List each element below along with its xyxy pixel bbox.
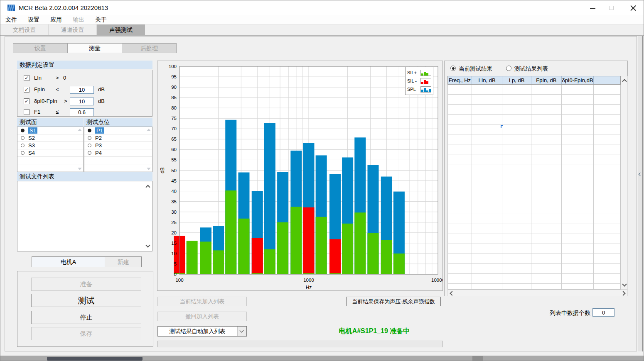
action-button-1[interactable]: 准备 [31,278,141,291]
checkbox-checked[interactable]: ✓ [24,87,29,93]
radio-current-result[interactable] [450,66,456,71]
criteria-value-input[interactable]: 0.6 [70,108,94,116]
close-button[interactable] [622,0,644,15]
scroll-down-icon[interactable] [78,168,82,170]
scroll-down-icon[interactable] [622,282,627,286]
combobox-dropdown-button[interactable] [237,327,246,336]
table-cell [448,244,472,254]
point-item-p4[interactable]: P4 [84,149,152,157]
menu-item-2[interactable]: 设置 [28,16,39,24]
table-cell [562,164,594,174]
surface-item-empty [17,164,83,172]
list-count-value[interactable]: 0 [592,308,615,317]
menu-item-3[interactable]: 应用 [50,16,62,24]
scroll-left-icon[interactable] [450,291,454,295]
sub-tab-1[interactable]: 设置 [13,43,68,53]
scroll-right-icon[interactable] [621,291,625,295]
table-row [448,224,620,234]
scroll-up-icon[interactable] [78,129,82,131]
surface-item-empty [17,157,83,164]
scroll-up-icon[interactable] [147,129,151,131]
criteria-value-input[interactable]: 10 [70,98,94,105]
surface-item-s2[interactable]: S2 [17,134,83,142]
scroll-up-icon[interactable] [622,79,627,83]
menu-item-4[interactable]: 输出 [73,16,84,24]
minimize-button[interactable] [583,0,602,15]
results-horizontal-scrollbar[interactable] [447,290,628,296]
panel-splitter[interactable] [638,36,643,351]
table-cell [472,95,503,104]
table-cell [448,274,472,283]
sub-tab-3[interactable]: 后处理 [122,43,177,53]
point-item-p2[interactable]: P2 [84,134,152,142]
maximize-button[interactable] [602,0,621,15]
list-item-label: P3 [95,142,102,149]
tab-2[interactable]: 通道设置 [49,24,97,35]
checkbox-checked[interactable]: ✓ [24,98,29,104]
point-item-p1[interactable]: P1 [84,127,152,134]
results-column-header [594,76,620,84]
action-button-4[interactable]: 保存 [31,327,141,340]
table-cell [448,85,472,94]
table-cell [448,214,472,224]
tab-3[interactable]: 声强测试 [97,24,145,35]
add-current-result-button[interactable]: 当前结果加入列表 [157,297,247,306]
table-row [448,234,620,244]
sub-tab-2[interactable]: 测量 [67,43,122,53]
file-list-header: 测试文件列表 [17,172,152,181]
table-cell [562,115,594,124]
scroll-up-icon[interactable] [145,185,150,189]
surface-item-s4[interactable]: S4 [17,149,83,157]
checkbox[interactable] [24,109,29,115]
point-item-p3[interactable]: P3 [84,142,152,149]
collapse-left-icon[interactable] [639,173,642,176]
table-cell [531,244,562,254]
surface-list[interactable]: S1S2S3S4 [17,127,84,172]
table-cell [531,234,562,244]
results-table-body[interactable] [447,85,621,290]
table-cell [562,214,594,224]
results-column-header: LIn, dB [472,76,503,84]
table-row [448,254,620,264]
action-button-3[interactable]: 停止 [31,311,141,324]
legend-swatch-icon [420,70,431,76]
table-cell [472,174,503,184]
surface-item-s3[interactable]: S3 [17,142,83,149]
table-cell [472,194,503,204]
table-row [448,144,620,154]
point-list[interactable]: P1P2P3P4 [84,127,152,172]
list-item-label: P1 [95,127,104,134]
table-cell [502,184,531,194]
table-row [448,264,620,274]
tab-1[interactable]: 文档设置 [0,24,49,35]
test-file-list[interactable] [17,181,152,251]
table-cell [594,164,620,174]
save-as-residual-index-button[interactable]: 当前结果保存为声压-残余声强指数 [346,297,441,306]
undo-add-button[interactable]: 撤回加入列表 [157,312,247,321]
menu-item-5[interactable]: 关于 [95,16,107,24]
scroll-down-icon[interactable] [145,243,150,247]
background-window-fragment [472,356,483,361]
action-button-2[interactable]: 测试 [31,294,141,307]
surface-item-s1[interactable]: S1 [17,127,83,134]
table-row [448,95,620,105]
criteria-value-input[interactable]: 10 [70,86,94,94]
radio-bullet [21,151,25,155]
checkbox-checked[interactable]: ✓ [24,75,29,81]
criteria-unit: dB [98,98,105,104]
table-cell [562,224,594,234]
auto-add-combobox[interactable]: 测试结果自动加入列表 [157,326,247,337]
radio-result-list[interactable] [506,66,511,71]
menu-item-1[interactable]: 文件 [5,16,17,24]
chevron-down-icon [240,329,244,333]
scroll-down-icon[interactable] [147,168,151,170]
table-cell [562,204,594,214]
project-current-button[interactable]: 电机A [32,257,105,267]
svg-text:1000: 1000 [303,278,314,283]
results-vertical-scrollbar[interactable] [621,76,628,290]
table-cell [531,254,562,263]
table-cell [448,174,472,184]
table-cell [531,105,562,114]
window-title: MCR Beta 2.02.0.004 20220613 [19,0,108,15]
project-new-button[interactable]: 新建 [105,257,141,267]
